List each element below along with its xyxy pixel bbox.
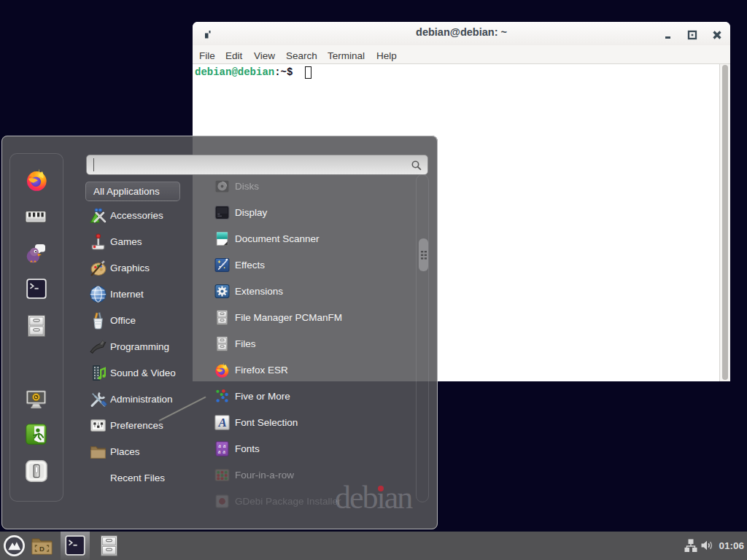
svg-text:D: D — [39, 545, 44, 553]
